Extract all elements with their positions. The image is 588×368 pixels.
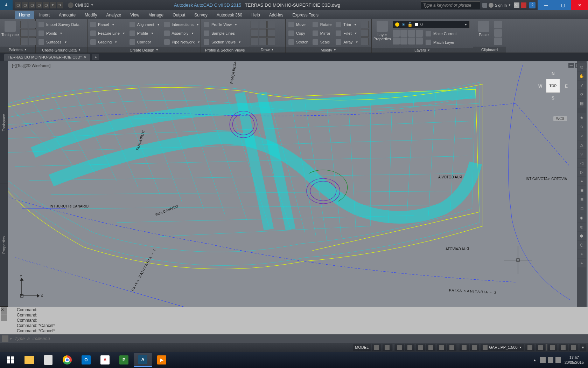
taskbar-explorer[interactable] <box>20 353 38 367</box>
nav-tool-icon[interactable]: ⬡ <box>578 241 586 249</box>
panel-title-draw[interactable]: Draw▼ <box>249 47 285 53</box>
tab-view[interactable]: View <box>126 11 144 19</box>
nav-tool-icon[interactable]: ⌖ <box>578 259 586 267</box>
tab-annotate[interactable]: Annotate <box>55 11 80 19</box>
palette-btn[interactable] <box>20 29 28 37</box>
annovis-toggle[interactable] <box>470 344 479 351</box>
tab-help[interactable]: Help <box>247 11 264 19</box>
assembly-button[interactable]: Assembly▼ <box>163 29 202 37</box>
taskbar-app[interactable] <box>39 353 57 367</box>
nav-tool-icon[interactable]: ◇ <box>578 122 586 131</box>
layer-tool-button[interactable] <box>393 30 400 37</box>
command-line[interactable]: ▸ <box>0 334 588 343</box>
ws-switch[interactable] <box>525 344 534 351</box>
gear-icon[interactable] <box>68 2 74 8</box>
layer-tool-button[interactable] <box>400 30 407 37</box>
points-button[interactable]: Points▼ <box>37 29 81 37</box>
tab-insert[interactable]: Insert <box>35 11 54 19</box>
nav-tool-icon[interactable]: ✦ <box>578 177 586 185</box>
tray-chevron-icon[interactable]: ▲ <box>533 358 537 362</box>
nav-tool-icon[interactable]: ✧ <box>578 250 586 258</box>
app-icon[interactable]: A <box>0 0 13 10</box>
samplelines-button[interactable]: Sample Lines <box>202 29 243 37</box>
layer-selector[interactable]: ☀ 🔓 0 ▼ <box>393 21 470 28</box>
sectionviews-button[interactable]: Section Views▼ <box>202 38 243 46</box>
copy-button[interactable]: Copy <box>287 29 310 37</box>
tray-volume-icon[interactable] <box>555 357 561 363</box>
nav-tool-icon[interactable]: △ <box>578 141 586 149</box>
lwt-toggle[interactable] <box>437 344 446 351</box>
trim-button[interactable]: Trim▼ <box>334 21 359 28</box>
taskbar-autocad-a[interactable]: A <box>96 353 114 367</box>
palette-btn[interactable] <box>20 38 28 45</box>
profile-button[interactable]: Profile▼ <box>128 29 161 37</box>
polar-toggle[interactable] <box>405 344 414 351</box>
panel-title-palettes[interactable]: Palettes▼ <box>0 47 35 53</box>
mirror-button[interactable]: Mirror <box>311 29 333 37</box>
point-button[interactable] <box>267 38 275 45</box>
qat-new-icon[interactable]: ▢ <box>15 2 21 8</box>
taskbar-civil3d[interactable]: A <box>134 353 152 367</box>
qat-open-icon[interactable]: ▢ <box>22 2 28 8</box>
nav-tool-icon[interactable]: ⬢ <box>578 232 586 240</box>
layer-tool-button[interactable] <box>416 30 423 37</box>
panel-title-profile[interactable]: Profile & Section Views <box>201 47 249 53</box>
nav-tool-icon[interactable]: ◉ <box>578 213 586 222</box>
annoscale-toggle[interactable] <box>460 344 469 351</box>
zoom-extents-icon[interactable]: ⤢ <box>578 81 586 89</box>
viewport-controls[interactable]: [−][Top][2D Wireframe] <box>12 63 50 68</box>
cmd-wrench-icon[interactable] <box>1 314 7 321</box>
nav-tool-icon[interactable]: ▽ <box>578 150 586 158</box>
corridor-button[interactable]: Corridor <box>128 38 161 46</box>
tab-output[interactable]: Output <box>168 11 189 19</box>
fillet-button[interactable]: Fillet▼ <box>334 29 359 37</box>
rect-button[interactable] <box>259 29 267 37</box>
grading-button[interactable]: Grading▼ <box>89 38 127 46</box>
qat-save-icon[interactable]: ▢ <box>29 2 35 8</box>
toolspace-button[interactable]: Toolspace <box>1 21 19 37</box>
cmd-close-icon[interactable]: ✕ <box>1 307 7 314</box>
modify-sm-button[interactable] <box>361 38 369 45</box>
viewport[interactable]: [−][Top][2D Wireframe] — ▢ ✕ N S E W TOP… <box>8 61 588 307</box>
layerprops-button[interactable]: Layer Properties <box>373 21 391 41</box>
add-tab-button[interactable]: + <box>92 54 99 60</box>
matchlayer-button[interactable]: Match Layer <box>424 39 458 46</box>
isolate-toggle[interactable] <box>548 344 557 351</box>
layer-tool-button[interactable] <box>400 38 407 45</box>
circle-button[interactable] <box>267 21 275 28</box>
line-button[interactable] <box>251 21 258 28</box>
nav-tool-icon[interactable]: ○ <box>578 131 586 140</box>
array-button[interactable]: Array▼ <box>334 38 359 46</box>
taskbar-outlook[interactable]: O <box>77 353 95 367</box>
layer-tool-button[interactable] <box>416 38 423 45</box>
palette-btn[interactable] <box>20 21 28 28</box>
grid-toggle[interactable] <box>372 344 381 351</box>
pan-icon[interactable]: ✋ <box>578 72 586 80</box>
sign-in-button[interactable]: Sign In ▼ <box>482 3 511 8</box>
orbit-icon[interactable]: ⟳ <box>578 90 586 98</box>
panel-title-design[interactable]: Create Design▼ <box>88 47 201 53</box>
search-input[interactable]: Type a keyword or phrase <box>421 1 480 9</box>
nav-tool-icon[interactable]: ⊞ <box>578 186 586 195</box>
qat-plot-icon[interactable]: ▢ <box>43 2 49 8</box>
command-input[interactable] <box>14 336 586 341</box>
paste-button[interactable]: Paste <box>475 21 493 37</box>
nav-tool-icon[interactable]: ▷ <box>578 168 586 176</box>
nav-tool-icon[interactable]: ⊡ <box>578 204 586 213</box>
close-button[interactable]: ✕ <box>571 0 588 10</box>
taskbar-project[interactable]: P <box>115 353 133 367</box>
panel-title-layers[interactable]: Layers▼ <box>372 48 473 53</box>
tab-manage[interactable]: Manage <box>144 11 168 19</box>
view-cube[interactable]: N S E W TOP <box>536 68 570 103</box>
customize-statusbar[interactable]: ≡ <box>580 344 586 351</box>
spline-button[interactable] <box>259 38 267 45</box>
cleanscreen-toggle[interactable] <box>569 344 578 351</box>
surfaces-button[interactable]: Surfaces▼ <box>37 38 81 46</box>
close-tab-icon[interactable]: ✕ <box>84 55 86 59</box>
palette-btn[interactable] <box>29 29 36 37</box>
hardware-accel[interactable] <box>559 344 568 351</box>
pipenetwork-button[interactable]: Pipe Network▼ <box>163 38 202 46</box>
vp-min-button[interactable]: — <box>568 63 574 68</box>
panel-title-modify[interactable]: Modify▼ <box>286 47 371 53</box>
import-survey-button[interactable]: Import Survey Data <box>37 21 81 28</box>
